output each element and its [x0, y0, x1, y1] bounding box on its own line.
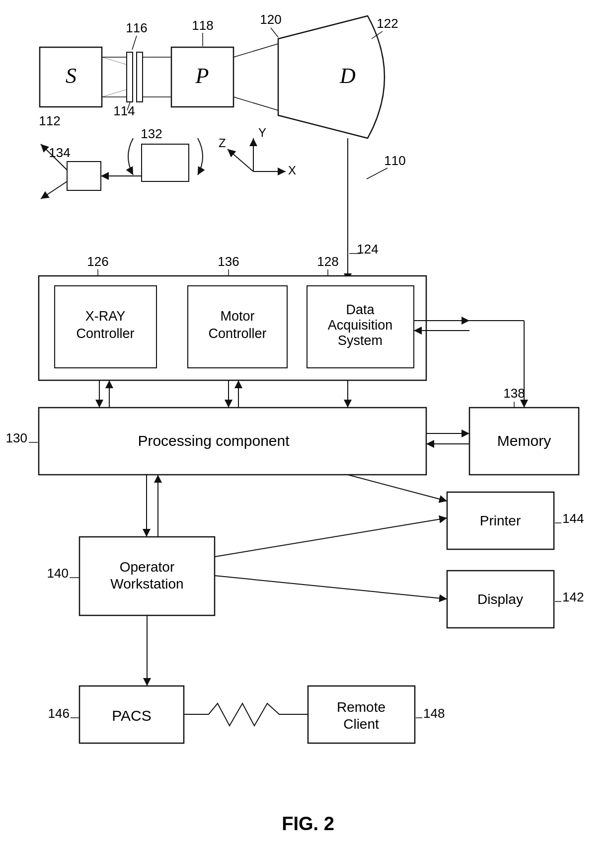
ref-126-text: 126 — [87, 254, 108, 269]
fig2-label: FIG. 2 — [282, 813, 334, 834]
op-ws-line1: Operator — [120, 559, 175, 575]
detector-D: D — [339, 64, 356, 88]
ref-148-text: 148 — [423, 706, 445, 721]
printer-text: Printer — [480, 513, 521, 528]
ref-130-text: 130 — [6, 430, 27, 445]
ref-116-text: 116 — [126, 20, 147, 35]
xray-ctrl-line2: Controller — [76, 326, 134, 341]
ref-138-text: 138 — [503, 386, 525, 401]
svg-rect-91 — [67, 162, 101, 190]
ref-128-text: 128 — [317, 254, 338, 269]
main-diagram: S P D 116 118 120 122 114 112 132 134 — [0, 0, 616, 853]
axis-X: X — [288, 164, 296, 177]
motor-ctrl-line2: Controller — [208, 326, 266, 341]
ref-112-text: 112 — [39, 113, 60, 128]
ref-142-text: 142 — [562, 590, 584, 604]
source-S: S — [66, 64, 77, 88]
ref-110-text: 110 — [384, 153, 405, 168]
display-text: Display — [477, 592, 523, 607]
das-line2: Acquisition — [328, 318, 393, 333]
ref-144-text: 144 — [562, 511, 584, 526]
processing-text: Processing component — [138, 432, 290, 449]
ref-122-text: 122 — [377, 16, 398, 31]
remote-line1: Remote — [337, 699, 385, 715]
svg-rect-75 — [137, 52, 143, 102]
svg-rect-74 — [127, 52, 133, 102]
ref-136-text: 136 — [218, 254, 239, 269]
axis-Z: Z — [219, 136, 226, 150]
polarizer-P: P — [195, 64, 209, 88]
ref-134-text: 134 — [49, 145, 70, 160]
das-line3: System — [338, 333, 383, 348]
pacs-text: PACS — [112, 707, 151, 724]
ref-124-text: 124 — [357, 242, 378, 256]
memory-text: Memory — [497, 432, 551, 449]
svg-rect-90 — [142, 144, 189, 181]
ref-120-text: 120 — [260, 12, 281, 27]
das-line1: Data — [346, 302, 375, 317]
ref-146-text: 146 — [48, 706, 70, 721]
ref-114-text: 114 — [113, 103, 135, 118]
ref-140-text: 140 — [47, 566, 69, 581]
ref-132-text: 132 — [141, 126, 162, 141]
motor-ctrl-line1: Motor — [220, 309, 254, 324]
xray-ctrl-line1: X-RAY — [85, 309, 126, 324]
remote-line2: Client — [343, 716, 379, 732]
op-ws-line2: Workstation — [110, 576, 183, 592]
axis-Y: Y — [258, 126, 266, 139]
ref-118-text: 118 — [192, 18, 213, 33]
